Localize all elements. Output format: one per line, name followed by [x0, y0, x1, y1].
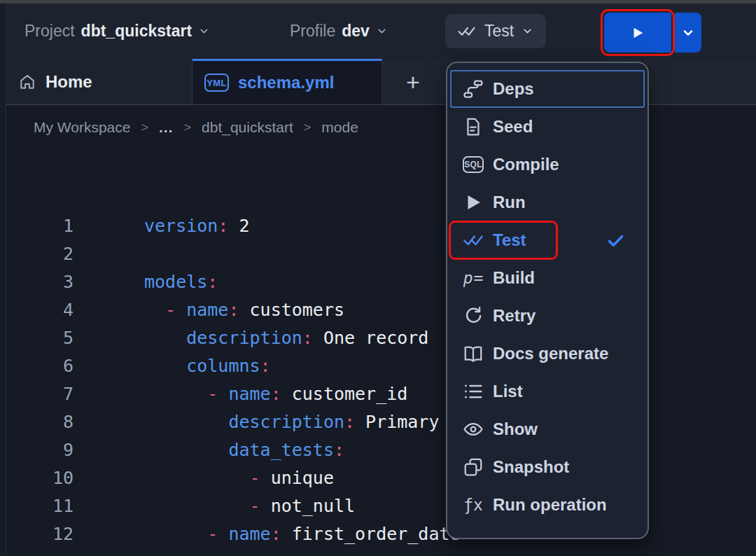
menu-item-build[interactable]: p=Build	[450, 259, 645, 297]
line-number: 6	[6, 352, 74, 380]
menu-item-label: Build	[493, 268, 535, 288]
code-text: - name: customer_id	[144, 380, 407, 408]
profile-label: Profile	[290, 22, 335, 41]
code-text: models:	[144, 268, 218, 296]
chevron-down-icon	[681, 26, 695, 40]
check-icon	[606, 231, 625, 250]
menu-item-run[interactable]: Run	[450, 183, 645, 221]
code-text: - name: first_order_date	[144, 520, 461, 548]
build-icon: p=	[463, 267, 484, 289]
project-selector[interactable]: Project dbt_quickstart	[24, 4, 210, 59]
yml-badge-icon: YML	[204, 74, 229, 92]
play-icon	[463, 192, 484, 213]
breadcrumb: My Workspace>...>dbt_quickstart>mode	[34, 119, 358, 136]
double-check-icon	[456, 24, 477, 39]
double-check-icon	[463, 230, 484, 251]
menu-item-label: List	[493, 382, 523, 401]
menu-item-label: Deps	[493, 79, 534, 99]
menu-item-label: Snapshot	[493, 457, 569, 477]
code-text: - name: customers	[144, 296, 344, 324]
profile-selector[interactable]: Profile dev	[290, 4, 388, 59]
sql-badge-icon: SQL	[463, 154, 484, 175]
code-text: description: One record	[144, 324, 428, 352]
menu-item-label: Docs generate	[493, 344, 608, 363]
menu-item-label: Seed	[493, 117, 533, 137]
breadcrumb-item[interactable]: ...	[159, 119, 174, 136]
code-text: columns:	[144, 352, 271, 380]
book-icon	[463, 343, 484, 364]
chevron-down-icon	[376, 25, 388, 37]
project-label: Project	[24, 22, 75, 41]
run-options-button[interactable]	[675, 13, 701, 53]
menu-item-label: Run	[493, 193, 526, 212]
menu-item-compile[interactable]: SQLCompile	[450, 146, 645, 183]
menu-item-test[interactable]: Test	[450, 221, 645, 259]
tab-home[interactable]: Home	[6, 59, 192, 104]
app-window: Project dbt_quickstart Profile dev Test	[0, 0, 756, 556]
menu-item-list[interactable]: List	[450, 373, 645, 410]
tab-schema-yml[interactable]: YML schema.yml	[192, 59, 382, 104]
menu-item-snapshot[interactable]: Snapshot	[450, 448, 645, 486]
breadcrumb-item[interactable]: mode	[321, 119, 358, 136]
tab-home-label: Home	[46, 72, 92, 92]
code-text: version: 2	[144, 212, 250, 240]
command-select-label: Test	[484, 22, 514, 41]
line-number: 4	[6, 296, 74, 324]
code-text: description: Primary key	[144, 408, 482, 436]
menu-item-seed[interactable]: Seed	[450, 108, 645, 146]
profile-value: dev	[342, 22, 370, 41]
list-icon	[463, 381, 484, 402]
menu-item-run-operation[interactable]: ƒxRun operation	[450, 486, 645, 524]
breadcrumb-separator: >	[141, 120, 148, 135]
line-number: 7	[6, 380, 74, 408]
menu-item-label: Retry	[493, 306, 536, 326]
line-number: 8	[6, 408, 74, 436]
retry-icon	[463, 305, 484, 326]
line-number: 12	[6, 520, 74, 548]
line-number: 3	[6, 268, 74, 296]
run-split-button	[601, 9, 701, 56]
menu-item-label: Test	[493, 230, 526, 250]
breadcrumb-item[interactable]: dbt_quickstart	[202, 119, 293, 136]
new-tab-button[interactable]: +	[398, 59, 428, 104]
menu-item-label: Compile	[493, 155, 559, 174]
menu-item-docs-generate[interactable]: Docs generate	[450, 335, 645, 373]
top-toolbar: Project dbt_quickstart Profile dev Test	[6, 4, 756, 59]
menu-item-label: Run operation	[493, 495, 607, 515]
menu-item-retry[interactable]: Retry	[450, 297, 645, 335]
line-number: 10	[6, 464, 74, 492]
line-number: 2	[6, 240, 74, 268]
chevron-down-icon	[522, 25, 533, 37]
line-number: 1	[6, 212, 74, 240]
play-icon	[630, 25, 645, 41]
breadcrumb-separator: >	[184, 120, 192, 135]
line-number: 5	[6, 324, 74, 352]
menu-item-deps[interactable]: Deps	[450, 70, 645, 108]
seed-file-icon	[463, 116, 484, 137]
command-menu: DepsSeedSQLCompileRunTestp=BuildRetryDoc…	[446, 62, 649, 539]
command-select-button[interactable]: Test	[445, 14, 546, 48]
code-text: - not_null	[144, 492, 355, 520]
code-text: - unique	[144, 464, 334, 492]
menu-item-show[interactable]: Show	[450, 410, 645, 448]
project-value: dbt_quickstart	[81, 22, 192, 41]
eye-icon	[463, 419, 484, 440]
run-command-button[interactable]	[604, 13, 671, 53]
tab-schema-yml-label: schema.yml	[238, 73, 334, 92]
deps-icon	[463, 78, 484, 99]
breadcrumb-separator: >	[304, 120, 312, 135]
line-number: 9	[6, 436, 74, 464]
breadcrumb-item[interactable]: My Workspace	[34, 119, 130, 136]
menu-item-label: Show	[493, 419, 538, 439]
snapshot-icon	[463, 457, 484, 478]
code-text: data_tests:	[144, 436, 344, 464]
fx-icon: ƒx	[463, 494, 484, 515]
chevron-down-icon	[198, 25, 210, 37]
annotation-box	[601, 9, 675, 56]
window-left-strip	[0, 4, 6, 556]
line-number: 11	[6, 492, 74, 520]
home-icon	[18, 73, 36, 91]
